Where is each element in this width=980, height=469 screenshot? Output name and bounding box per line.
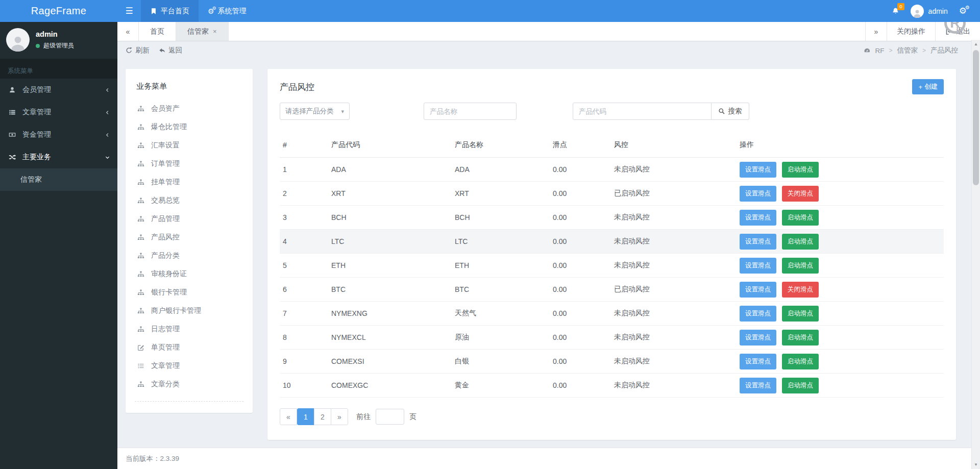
- set-slippage-button[interactable]: 设置滑点: [740, 330, 776, 345]
- business-menu-item-label: 产品管理: [151, 214, 180, 224]
- business-menu-item-single-page[interactable]: 单页管理: [126, 338, 253, 357]
- breadcrumb-root[interactable]: RF: [875, 47, 884, 55]
- set-slippage-button[interactable]: 设置滑点: [740, 258, 776, 274]
- set-slippage-button[interactable]: 设置滑点: [740, 282, 776, 298]
- start-slippage-button[interactable]: 启动滑点: [782, 162, 819, 178]
- page-button-2[interactable]: 2: [314, 408, 331, 425]
- stop-slippage-button[interactable]: 关闭滑点: [782, 186, 819, 202]
- cell-index: 2: [280, 182, 328, 206]
- goto-page-input[interactable]: [376, 409, 404, 425]
- start-slippage-button[interactable]: 启动滑点: [782, 378, 819, 393]
- footer: 当前版本： 2.3.39: [117, 448, 980, 469]
- toolbar: 刷新 返回 RF >信管家>产品风控: [117, 41, 971, 60]
- tab-xinguanjia[interactable]: 信管家×: [176, 22, 229, 41]
- set-slippage-button[interactable]: 设置滑点: [740, 234, 776, 250]
- stop-slippage-button[interactable]: 关闭滑点: [782, 282, 819, 298]
- business-menu-item-product-risk[interactable]: 产品风控: [126, 228, 253, 246]
- sidebar-item-main-business[interactable]: 主要业务: [0, 146, 117, 168]
- business-menu-item-pending-orders[interactable]: 挂单管理: [126, 173, 253, 191]
- product-code-input[interactable]: [573, 103, 712, 120]
- table-header-cell: 产品代码: [328, 133, 452, 158]
- start-slippage-button[interactable]: 启动滑点: [782, 330, 819, 345]
- brand-logo[interactable]: RageFrame: [0, 0, 117, 22]
- category-select[interactable]: 请选择产品分类 ▾: [280, 103, 350, 120]
- set-slippage-button[interactable]: 设置滑点: [740, 378, 776, 393]
- cell-index: 10: [280, 374, 328, 398]
- hamburger-icon[interactable]: ☰: [117, 0, 141, 22]
- tab-scroll-left-button[interactable]: «: [117, 22, 139, 41]
- close-tab-icon[interactable]: ×: [213, 28, 217, 35]
- set-slippage-button[interactable]: 设置滑点: [740, 306, 776, 322]
- business-menu-item-article-manage[interactable]: 文章管理: [126, 357, 253, 375]
- business-menu-item-label: 商户银行卡管理: [151, 306, 201, 315]
- sidebar-subitem-xinguanjia[interactable]: 信管家: [0, 170, 117, 189]
- table-row: 7 NYMEXNG 天然气 0.00 未启动风控 设置滑点 启动滑点: [280, 302, 944, 326]
- table-header-cell: 风控: [611, 133, 737, 158]
- business-menu-item-member-assets[interactable]: 会员资产: [126, 100, 253, 118]
- user-avatar: [6, 28, 30, 52]
- business-menu-item-trade-overview[interactable]: 交易总览: [126, 191, 253, 210]
- start-slippage-button[interactable]: 启动滑点: [782, 354, 819, 369]
- navbar-right: 0 admin ⚙⚙: [892, 0, 980, 22]
- business-menu-item-bank-cards[interactable]: 银行卡管理: [126, 283, 253, 302]
- sidebar-item-label: 主要业务: [22, 153, 100, 162]
- business-menu-item-burst-ratio[interactable]: 爆仓比管理: [126, 118, 253, 136]
- search-button[interactable]: 搜索: [712, 103, 749, 120]
- cell-slippage: 0.00: [550, 326, 611, 350]
- scroll-down-icon[interactable]: ▼: [972, 460, 980, 469]
- business-menu-item-logs[interactable]: 日志管理: [126, 320, 253, 338]
- navbar-item-system[interactable]: ⚙⚙系统管理: [199, 0, 256, 22]
- gears-icon[interactable]: ⚙⚙: [959, 7, 967, 15]
- set-slippage-button[interactable]: 设置滑点: [740, 162, 776, 178]
- tab-home[interactable]: 首页: [139, 22, 176, 41]
- set-slippage-button[interactable]: 设置滑点: [740, 186, 776, 202]
- close-operations-button[interactable]: 关闭操作: [887, 22, 935, 41]
- scrollbar-thumb[interactable]: [973, 50, 979, 185]
- tab-scroll-right-button[interactable]: »: [865, 22, 887, 41]
- breadcrumb-item[interactable]: 信管家: [897, 46, 918, 55]
- set-slippage-button[interactable]: 设置滑点: [740, 210, 776, 226]
- sitemap-icon: [136, 234, 145, 241]
- sidebar-item-members[interactable]: 会员管理: [0, 79, 117, 101]
- scroll-up-icon[interactable]: ▲: [972, 40, 980, 48]
- business-menu-item-exchange-rate[interactable]: 汇率设置: [126, 136, 253, 155]
- user-avatar-icon: [911, 5, 924, 18]
- start-slippage-button[interactable]: 启动滑点: [782, 258, 819, 274]
- sitemap-icon: [136, 381, 145, 388]
- business-menu-item-merchant-bank-cards[interactable]: 商户银行卡管理: [126, 302, 253, 320]
- product-name-input[interactable]: [424, 103, 517, 120]
- page-next-button[interactable]: »: [331, 408, 348, 425]
- sidebar-submenu: 信管家: [0, 168, 117, 191]
- page-prev-button[interactable]: «: [280, 408, 297, 425]
- sidebar-user-panel: admin 超级管理员: [0, 22, 117, 59]
- cell-risk-status: 未启动风控: [611, 206, 737, 230]
- page-button-1[interactable]: 1: [297, 408, 314, 425]
- cell-risk-status: 已启动风控: [611, 182, 737, 206]
- notifications-button[interactable]: 0: [892, 7, 899, 15]
- sidebar: admin 超级管理员 系统菜单 会员管理文章管理资金管理主要业务信管家: [0, 22, 117, 469]
- set-slippage-button[interactable]: 设置滑点: [740, 354, 776, 369]
- user-menu-button[interactable]: admin: [911, 5, 948, 18]
- cell-slippage: 0.00: [550, 254, 611, 278]
- cell-product-code: COMEXGC: [328, 374, 452, 398]
- start-slippage-button[interactable]: 启动滑点: [782, 210, 819, 226]
- business-menu-item-products[interactable]: 产品管理: [126, 210, 253, 228]
- navbar-item-home[interactable]: 平台首页: [141, 0, 199, 22]
- start-slippage-button[interactable]: 启动滑点: [782, 234, 819, 250]
- refresh-button[interactable]: 刷新: [126, 46, 150, 55]
- business-menu-item-product-category[interactable]: 产品分类: [126, 246, 253, 265]
- create-button[interactable]: +创建: [912, 79, 944, 94]
- gears-icon: ⚙⚙: [208, 8, 214, 15]
- scrollbar[interactable]: ▲ ▼: [971, 40, 980, 469]
- cell-product-code: COMEXSI: [328, 350, 452, 374]
- business-menu-item-article-category[interactable]: 文章分类: [126, 375, 253, 393]
- back-button[interactable]: 返回: [159, 46, 183, 55]
- sitemap-icon: [136, 197, 145, 204]
- business-menu-item-orders[interactable]: 订单管理: [126, 155, 253, 173]
- sidebar-item-articles[interactable]: 文章管理: [0, 101, 117, 124]
- sidebar-item-funds[interactable]: 资金管理: [0, 124, 117, 146]
- business-menu-item-id-verify[interactable]: 审核身份证: [126, 265, 253, 283]
- chevron-down-icon: [105, 155, 110, 160]
- sitemap-icon: [136, 142, 145, 149]
- start-slippage-button[interactable]: 启动滑点: [782, 306, 819, 322]
